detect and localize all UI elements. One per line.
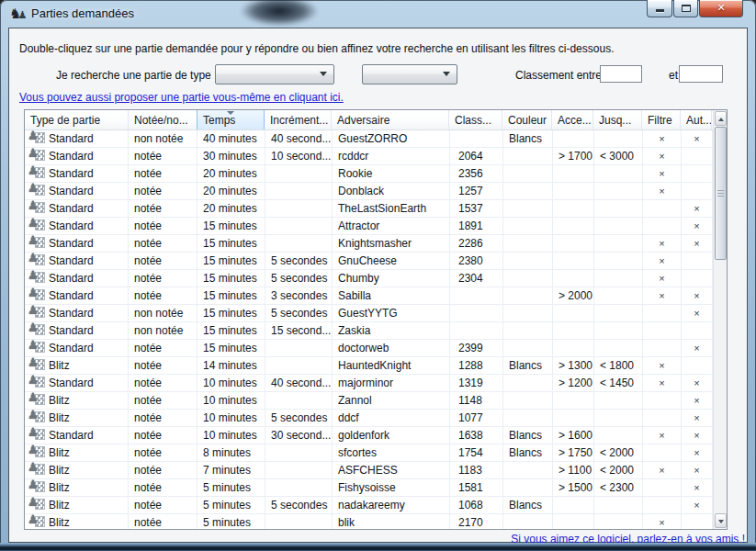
column-header-color[interactable]: Couleur	[502, 110, 552, 129]
scroll-down-icon	[718, 520, 724, 523]
cell-opponent: Rookie	[333, 165, 450, 182]
rating-min-input[interactable]	[600, 65, 642, 83]
cell-above	[553, 183, 594, 199]
cell-filter: ×	[643, 514, 682, 529]
table-row[interactable]: ♟Blitznotée14 minutesHauntedKnight1288Bl…	[25, 357, 727, 375]
close-button[interactable]: ✕	[699, 0, 743, 17]
column-header-above[interactable]: Acce...	[552, 110, 593, 129]
cell-increment: 30 second...	[265, 427, 333, 444]
maximize-button[interactable]	[673, 0, 698, 17]
cell-rated: notée	[129, 392, 197, 409]
cell-below	[594, 392, 643, 409]
cell-above	[553, 253, 594, 269]
cell-type: ♟Standard	[25, 305, 129, 321]
cell-rated: notée	[129, 462, 197, 478]
cell-rated: notée	[129, 165, 197, 182]
propose-game-link[interactable]: Vous pouvez aussi proposer une partie vo…	[19, 91, 344, 104]
cell-time: 7 minutes	[197, 462, 265, 478]
cell-rated: notée	[129, 287, 197, 304]
cell-rating: 1148	[450, 392, 503, 409]
column-header-increment[interactable]: Incrément...	[265, 110, 332, 129]
cell-color	[503, 375, 553, 391]
table-row[interactable]: ♟Standardnotée10 minutes30 second...gold…	[25, 427, 727, 444]
column-header-opponent[interactable]: Adversaire	[332, 110, 449, 129]
scrollbar-thumb[interactable]	[715, 127, 727, 260]
cell-time: 15 minutes	[197, 305, 265, 321]
cell-rated: notée	[129, 253, 197, 269]
cell-below	[594, 253, 643, 269]
cell-above: > 1100	[553, 462, 594, 478]
chevron-down-icon	[443, 72, 450, 76]
cell-auto	[682, 322, 713, 339]
cell-rated: notée	[129, 497, 197, 513]
window-bottom-frame	[0, 543, 756, 551]
cell-auto: ×	[682, 392, 713, 409]
table-row[interactable]: ♟Standardnotée15 minutesdoctorweb2399×	[25, 340, 727, 357]
table-row[interactable]: ♟Blitznotée10 minutesZannol1148×	[25, 392, 727, 410]
table-row[interactable]: ♟Standardnotée15 minutes3 secondesSabill…	[25, 287, 727, 305]
cell-color	[503, 165, 553, 182]
scroll-up-button[interactable]	[715, 111, 727, 126]
cell-rating: 2304	[450, 270, 503, 287]
game-type-combobox[interactable]	[215, 64, 334, 84]
cell-rated: notée	[129, 375, 197, 391]
cell-rating: 1257	[450, 183, 503, 199]
column-header-type[interactable]: Type de partie	[25, 110, 129, 129]
cell-filter: ×	[643, 375, 682, 391]
column-header-below[interactable]: Jusq...	[593, 110, 642, 129]
table-row[interactable]: ♟Blitznotée10 minutes5 secondesddcf1077×	[25, 410, 727, 427]
table-row[interactable]: ♟Standardnotée15 minutesKnightsmasher228…	[25, 235, 727, 253]
cell-above	[553, 235, 594, 252]
cell-auto	[682, 165, 713, 182]
column-header-rating[interactable]: Class...	[449, 110, 502, 129]
cell-rated: notée	[129, 410, 197, 426]
cell-auto: ×	[682, 305, 713, 321]
cell-rating: 1891	[450, 218, 503, 234]
secondary-filter-combobox[interactable]	[362, 64, 457, 84]
chess-pawn-board-icon: ♟	[30, 324, 45, 336]
cell-increment: 40 second...	[265, 130, 333, 147]
cell-type: ♟Standard	[25, 270, 129, 287]
minimize-button[interactable]	[647, 0, 672, 17]
parties-demandees-window: ♞♟ Parties demandées ✕ Double-cliquez su…	[0, 0, 756, 551]
table-row[interactable]: ♟Standardnotée30 minutes10 second...rcdd…	[25, 148, 727, 165]
table-row[interactable]: ♟Standardnotée15 minutes5 secondesGnuChe…	[25, 253, 727, 270]
column-header-rated[interactable]: Notée/no...	[129, 110, 197, 129]
table-row[interactable]: ♟Standardnotée20 minutesDonblack1257×	[25, 183, 727, 200]
table-row[interactable]: ♟Standardnon notée40 minutes40 second...…	[25, 130, 727, 148]
cell-time: 15 minutes	[197, 235, 265, 252]
table-row[interactable]: ♟Standardnotée15 minutes5 secondesChumby…	[25, 270, 727, 287]
vertical-scrollbar[interactable]	[713, 110, 727, 529]
aero-glass-smudge	[241, 0, 318, 26]
cell-rating: 2380	[450, 253, 503, 269]
cell-rating: 1077	[450, 410, 503, 426]
cell-below	[594, 340, 643, 356]
scroll-down-button[interactable]	[715, 513, 727, 528]
cell-increment	[265, 462, 333, 478]
table-row[interactable]: ♟Blitznotée5 minutesFishysoisse1581> 150…	[25, 479, 727, 497]
cell-type: ♟Blitz	[25, 514, 129, 529]
column-header-filter[interactable]: Filtre	[642, 110, 681, 129]
rating-max-input[interactable]	[679, 65, 723, 83]
table-row[interactable]: ♟Blitznotée5 minutes5 secondesnadakareem…	[25, 497, 727, 514]
cell-type: ♟Standard	[25, 130, 129, 147]
cell-color	[503, 479, 553, 496]
chess-pieces-app-icon: ♞♟	[9, 6, 28, 22]
table-row[interactable]: ♟Standardnotée10 minutes40 second...majo…	[25, 375, 727, 392]
cell-time: 15 minutes	[197, 270, 265, 287]
table-row[interactable]: ♟Standardnon notée15 minutes5 secondesGu…	[25, 305, 727, 322]
cell-rated: notée	[129, 514, 197, 529]
cell-filter: ×	[643, 357, 682, 374]
column-header-auto[interactable]: Aut...	[681, 110, 712, 129]
cell-type: ♟Blitz	[25, 444, 129, 461]
table-row[interactable]: ♟Standardnotée15 minutesAttractor1891×	[25, 218, 727, 235]
table-row[interactable]: ♟Blitznotée8 minutessfcortes1754Blancs> …	[25, 444, 727, 462]
table-row[interactable]: ♟Standardnotée20 minutesTheLastSionEarth…	[25, 200, 727, 218]
table-row[interactable]: ♟Blitznotée7 minutesASFCHESS1183> 1100< …	[25, 462, 727, 479]
table-row[interactable]: ♟Standardnon notée15 minutes15 second...…	[25, 322, 727, 340]
cell-time: 5 minutes	[197, 479, 265, 496]
cell-increment: 5 secondes	[265, 270, 333, 287]
table-row[interactable]: ♟Blitznotée5 minutesblik2170×	[25, 514, 727, 529]
column-header-time[interactable]: Temps	[197, 110, 265, 129]
table-row[interactable]: ♟Standardnotée20 minutesRookie2356×	[25, 165, 727, 183]
